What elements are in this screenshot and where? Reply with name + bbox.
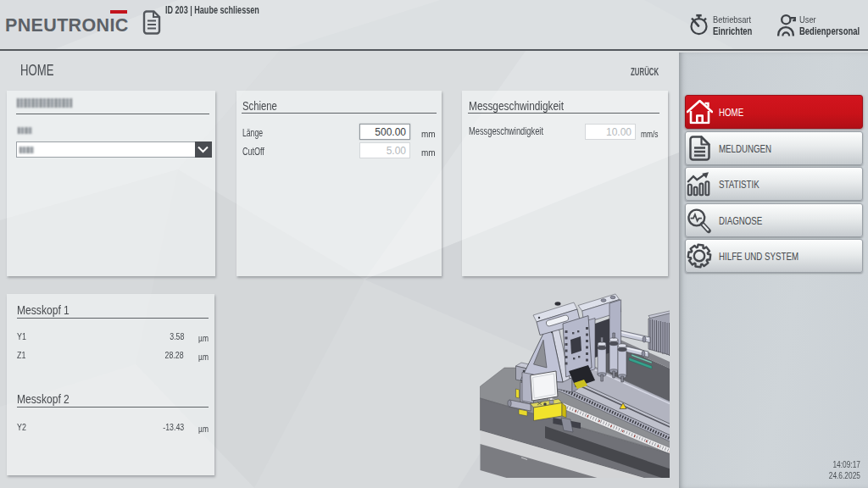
select-dropdown-button[interactable]	[195, 141, 212, 158]
menu-label: HILFE UND SYSTEM	[719, 250, 798, 263]
panel-messgeschwindigkeit: Messgeschwindigkeit Messgeschwindigkeit …	[462, 91, 668, 276]
menu-label: MELDUNGEN	[719, 141, 771, 154]
panel-messkopf: Messkopf 1 Y1 3.58 µm Z1 28.28 µm Messko…	[7, 294, 214, 475]
y2-unit: µm	[198, 424, 209, 434]
cutoff-label: CutOff	[242, 146, 264, 158]
messgeschwindigkeit-label: Messgeschwindigkeit	[469, 125, 543, 137]
panel-schiene: Schiene Länge mm CutOff mm	[236, 91, 442, 276]
document-icon	[687, 136, 713, 161]
messkopf2-title: Messkopf 2	[17, 391, 70, 407]
machine-3d-illustration	[470, 291, 670, 478]
stopwatch-icon	[689, 14, 709, 40]
messgeschwindigkeit-input[interactable]	[585, 124, 636, 140]
betriebsart-value: Einrichten	[713, 25, 752, 37]
panel-title-rule	[468, 113, 659, 114]
status-message: ID 203 | Haube schliessen	[165, 4, 259, 16]
profile-select[interactable]	[16, 141, 211, 158]
betriebsart-label: Betriebsart	[713, 14, 751, 25]
menu-label: DIAGNOSE	[719, 214, 762, 226]
sidebar: HOME MELDUNGEN	[679, 53, 868, 488]
panel-title: Messgeschwindigkeit	[469, 98, 564, 114]
cutoff-input[interactable]	[359, 142, 410, 158]
menu-button-home[interactable]: HOME	[685, 95, 863, 129]
logo-accent-bar	[110, 10, 127, 14]
page-title: HOME	[20, 61, 53, 80]
header-bar: PNEUTRONIC ID 203 | Haube schliessen	[0, 0, 868, 51]
menu-button-meldungen[interactable]: MELDUNGEN	[685, 131, 863, 165]
time: 14:09:17	[829, 459, 860, 470]
z1-value: 28.28	[165, 350, 184, 360]
z1-unit: µm	[198, 352, 209, 362]
y1-value: 3.58	[170, 331, 184, 341]
redacted-select-value	[19, 147, 34, 153]
panel-title-rule	[16, 114, 209, 114]
cutoff-unit: mm	[421, 147, 436, 158]
laenge-label: Länge	[242, 127, 263, 139]
laenge-input[interactable]	[359, 124, 410, 140]
date: 24.6.2025	[829, 470, 860, 481]
document-icon	[142, 10, 162, 38]
home-icon	[687, 100, 713, 125]
panel-title-rule	[17, 407, 209, 408]
laenge-unit: mm	[421, 129, 436, 139]
z1-label: Z1	[17, 350, 25, 360]
clock: 14:09:17 24.6.2025	[819, 459, 860, 481]
user-icon	[776, 14, 798, 41]
menu-button-statistik[interactable]: STATISTIK	[685, 167, 863, 201]
panel-title-rule	[242, 113, 437, 114]
messgeschwindigkeit-unit: mm/s	[641, 129, 659, 139]
logo: PNEUTRONIC	[5, 15, 129, 36]
panel-title-rule	[17, 318, 209, 319]
diagnose-icon	[687, 207, 712, 234]
y1-label: Y1	[17, 331, 26, 341]
statistics-icon	[687, 172, 710, 197]
application-window: PNEUTRONIC ID 203 | Haube schliessen	[0, 0, 868, 488]
redacted-field-label	[18, 127, 32, 134]
y2-value: -13.43	[163, 422, 184, 432]
panel-profile-select	[7, 91, 215, 276]
menu-label: STATISTIK	[719, 178, 760, 191]
user-value: Bedienpersonal	[799, 25, 860, 37]
y2-label: Y2	[17, 422, 26, 432]
chevron-down-icon	[198, 146, 209, 153]
menu-label: HOME	[719, 106, 743, 119]
back-button[interactable]: ZURÜCK	[631, 66, 659, 78]
user-label: User	[799, 14, 816, 25]
panel-title: Schiene	[242, 98, 277, 114]
menu-button-diagnose[interactable]: DIAGNOSE	[685, 203, 863, 237]
menu-button-hilfe-und-system[interactable]: HILFE UND SYSTEM	[685, 239, 863, 273]
messkopf1-title: Messkopf 1	[17, 302, 70, 318]
redacted-panel-title	[17, 98, 72, 108]
gear-icon	[687, 243, 712, 269]
y1-unit: µm	[198, 333, 209, 343]
